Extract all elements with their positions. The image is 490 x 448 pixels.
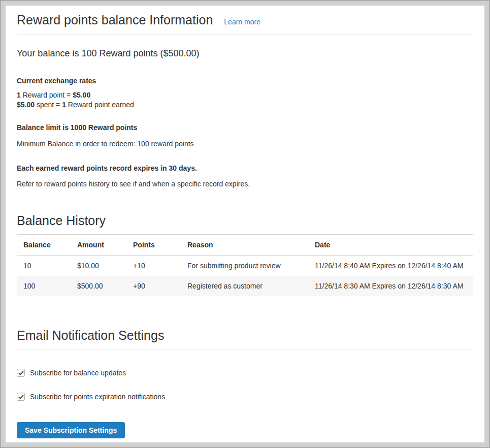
- column-header-balance: Balance: [17, 235, 71, 255]
- exchange-rates-heading: Current exchange rates: [17, 77, 473, 85]
- checkbox-label[interactable]: Subscribe for balance updates: [30, 369, 126, 377]
- exchange-rate-line-2: $5.00 spent = 1 Reward point earned: [17, 100, 473, 110]
- page-header: Reward points balance Information Learn …: [17, 6, 473, 35]
- cell-points: +10: [126, 255, 181, 276]
- balance-history-heading: Balance History: [17, 213, 473, 235]
- email-settings-heading: Email Notification Settings: [17, 328, 473, 349]
- cell-amount: $500.00: [71, 276, 126, 296]
- balance-updates-checkbox[interactable]: [17, 369, 25, 377]
- column-header-amount: Amount: [71, 235, 126, 255]
- minimum-balance-text: Minimum Balance in order to redeem: 100 …: [17, 140, 473, 148]
- expiration-notifications-checkbox[interactable]: [17, 393, 25, 401]
- column-header-points: Points: [126, 235, 181, 255]
- cell-balance: 10: [17, 255, 71, 276]
- subscribe-balance-updates-row: Subscribe for balance updates: [17, 369, 473, 377]
- cell-amount: $10.00: [71, 255, 126, 276]
- checkmark-icon: [18, 395, 24, 399]
- balance-limit-text: Balance limit is 1000 Reward points: [17, 123, 473, 132]
- column-header-reason: Reason: [181, 235, 308, 255]
- cell-points: +90: [126, 276, 181, 296]
- table-row: 10 $10.00 +10 For submitting product rev…: [17, 255, 473, 276]
- cell-reason: For submitting product review: [181, 255, 308, 276]
- column-header-date: Date: [308, 235, 473, 255]
- subscribe-expiration-notifications-row: Subscribe for points expiration notifica…: [17, 393, 473, 401]
- balance-summary: Your balance is 100 Reward points ($500.…: [17, 48, 473, 59]
- checkbox-label[interactable]: Subscribe for points expiration notifica…: [30, 393, 165, 401]
- save-subscription-settings-button[interactable]: Save Subscription Settings: [17, 422, 125, 438]
- cell-date: 11/26/14 8:30 AM Expires on 12/26/14 8:3…: [308, 276, 473, 296]
- learn-more-link[interactable]: Learn more: [224, 18, 260, 26]
- exchange-rate-line-1: 1 Reward point = $5.00: [17, 90, 473, 100]
- page-title: Reward points balance Information: [17, 13, 213, 27]
- exchange-rates: 1 Reward point = $5.00 $5.00 spent = 1 R…: [17, 90, 473, 110]
- table-header-row: Balance Amount Points Reason Date: [17, 235, 473, 255]
- expiry-text: Each earned reward points record expires…: [17, 164, 473, 172]
- checkmark-icon: [18, 371, 24, 375]
- cell-date: 11/26/14 8:40 AM Expires on 12/26/14 8:4…: [308, 255, 473, 276]
- reward-points-panel: Reward points balance Information Learn …: [6, 6, 484, 442]
- balance-history-table: Balance Amount Points Reason Date 10 $10…: [17, 235, 473, 296]
- cell-reason: Registered as customer: [181, 276, 308, 296]
- cell-balance: 100: [17, 276, 71, 296]
- expiry-note: Refer to reward points history to see if…: [17, 180, 473, 188]
- table-row: 100 $500.00 +90 Registered as customer 1…: [17, 276, 473, 296]
